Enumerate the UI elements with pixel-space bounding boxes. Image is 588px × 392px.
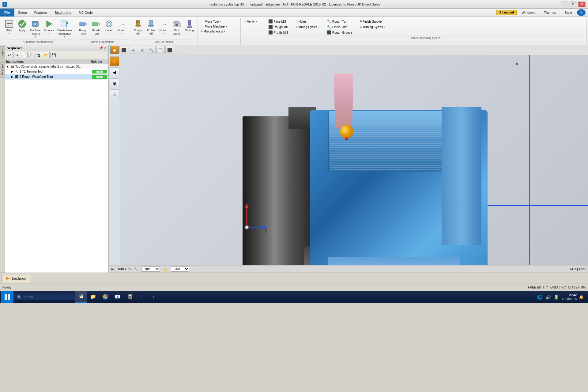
viewport-canvas[interactable]: X Z: [120, 55, 588, 265]
help-button[interactable]: ?: [577, 9, 586, 16]
viewport-status: ▶ Turn 1.73 🔧 Turn Mill 📐 0.00 1317 | 13…: [109, 265, 588, 273]
svg-marker-7: [47, 21, 52, 27]
view-btn-1[interactable]: 🔶: [110, 56, 119, 66]
taskbar-app-outlook[interactable]: 📧: [111, 291, 124, 303]
taskbar-app-files[interactable]: 📁: [87, 291, 99, 303]
move-verify-group: → Move Tool ▾ → Move Machine ▾ ≡ Miscell…: [198, 18, 241, 45]
plan-button[interactable]: Plan ▾: [3, 18, 15, 36]
layers-tab[interactable]: Layers: [0, 46, 5, 60]
themes-menu[interactable]: Themes: [540, 9, 560, 17]
vp-btn-1[interactable]: ◆: [110, 46, 119, 54]
list-item[interactable]: ▶ 🔧 1 T1 Turning Tool main: [5, 69, 108, 74]
milling-cycles-button[interactable]: ≡ Milling Cycles ▾: [294, 24, 321, 29]
expand-arrow[interactable]: ▼: [6, 65, 9, 68]
view-btn-4[interactable]: 🛡: [110, 89, 119, 99]
vp-btn-6[interactable]: ⬛: [165, 46, 174, 54]
network-icon[interactable]: 🌐: [537, 294, 543, 300]
turn-mode-dropdown[interactable]: Turn Mill: [141, 266, 160, 272]
rough-mill-button[interactable]: RoughMill: [132, 18, 144, 36]
battery-icon[interactable]: 🔋: [553, 294, 560, 300]
apply-button[interactable]: Apply: [16, 18, 28, 33]
svg-point-4: [18, 20, 26, 28]
taskbar-app-chrome[interactable]: [99, 291, 111, 303]
redo-button[interactable]: ↪: [13, 52, 20, 58]
close-button[interactable]: ✕: [578, 2, 586, 7]
window-title: machining cycles top 30mm only.pptf - Ed…: [27, 2, 561, 6]
machine-feature-button[interactable]: MachineFeature ▾: [29, 18, 42, 39]
holes-other-button[interactable]: ○ Holes: [294, 19, 321, 24]
windows-menu[interactable]: Windows: [518, 9, 539, 17]
create-new-sequence-button[interactable]: Create NewSequence ▾: [56, 18, 73, 39]
close-sequence-icon[interactable]: ✕: [104, 46, 107, 50]
seq-tool-1[interactable]: 📄: [21, 52, 28, 58]
verify-button[interactable]: ✔ Verify ▾: [243, 20, 263, 24]
vp-btn-zoom[interactable]: 🔍: [147, 46, 156, 54]
vp-btn-3[interactable]: ◀: [129, 46, 137, 54]
features-tab[interactable]: Features: [0, 61, 5, 78]
taskbar-app-edge2[interactable]: e: [148, 291, 160, 303]
more-mill-button[interactable]: ⋯ More... ▾: [158, 18, 170, 36]
vp-btn-4[interactable]: ◉: [138, 46, 146, 54]
file-menu[interactable]: File: [0, 9, 14, 17]
setup-menu[interactable]: Setup: [14, 9, 31, 17]
item2-arrow[interactable]: ▶: [11, 75, 13, 78]
nc-code-menu[interactable]: NC Code: [75, 9, 96, 17]
seq-tool-4[interactable]: 📂: [43, 52, 50, 58]
simulate-button[interactable]: Simulate ▾: [42, 18, 55, 36]
taskbar-app-ie[interactable]: e: [136, 291, 148, 303]
holes-turning-button[interactable]: Holes: [103, 18, 115, 33]
automatic-manufacturing-label: Automatic Manufacturing: [3, 40, 73, 44]
taskbar-app-onenote[interactable]: 📓: [124, 291, 136, 303]
view-btn-2[interactable]: ◀: [110, 67, 119, 77]
coordinate-axes: X Z: [232, 198, 269, 235]
minimize-button[interactable]: ─: [561, 2, 568, 7]
machining-menu[interactable]: Machining: [51, 9, 75, 17]
simulation-tab[interactable]: Simulation: [1, 274, 31, 283]
face-mill-button[interactable]: ⬛ Face Mill: [267, 19, 289, 24]
advanced-button[interactable]: Advanced: [496, 10, 517, 15]
taskbar-clock[interactable]: 09:42 17/08/2016: [561, 293, 577, 301]
notification-icon[interactable]: 🔔: [579, 294, 584, 300]
list-item[interactable]: ▶ ⬛ 2 Rough Waveform Turn main: [5, 74, 108, 80]
sequence-group-label: Top 30mm cycle: sample lathe 2 cy mm.tcp…: [15, 65, 81, 68]
undo-button[interactable]: ↩: [6, 52, 13, 58]
taskbar-search[interactable]: [13, 294, 75, 300]
seq-tool-3[interactable]: 🗑: [36, 52, 42, 58]
view-btn-3[interactable]: ◉: [110, 78, 119, 88]
more-turning-button[interactable]: ⋯ More... ▾: [116, 18, 128, 36]
finish-groove-button[interactable]: ≡ Finish Groove: [358, 19, 386, 24]
holes-turning-icon: [104, 19, 114, 29]
move-machine-button[interactable]: → Move Machine ▾: [200, 24, 239, 28]
miscellaneous-button[interactable]: ≡ Miscellaneous ▾: [200, 29, 239, 33]
taskbar-app-edge[interactable]: 🖥: [75, 291, 87, 303]
style-menu[interactable]: Style: [561, 9, 576, 17]
item1-arrow[interactable]: ▶: [11, 70, 13, 73]
finish-turn-button[interactable]: FinishTurn: [90, 18, 102, 36]
seq-tool-2[interactable]: 📋: [28, 52, 35, 58]
tool-store-button[interactable]: ToolStore: [171, 18, 183, 36]
start-button[interactable]: [1, 291, 13, 303]
angle-dropdown[interactable]: 0.00: [171, 266, 189, 272]
sound-icon[interactable]: 🔊: [545, 294, 551, 300]
svg-rect-13: [92, 22, 98, 26]
pin-icon[interactable]: 📌: [99, 46, 103, 50]
vp-btn-2[interactable]: ⬛: [119, 46, 128, 54]
rough-turn-other-button[interactable]: 🔧 Rough Turn: [326, 19, 353, 24]
features-menu[interactable]: Features: [31, 9, 51, 17]
vp-btn-5[interactable]: 📋: [156, 46, 165, 54]
rough-mill-other-button[interactable]: ⬛ Rough Mill: [267, 24, 289, 29]
finish-turn-other-button[interactable]: 🔧 Finish Turn: [326, 24, 353, 29]
maximize-button[interactable]: □: [570, 2, 577, 7]
sequence-group-row[interactable]: ▼ 📦 Top 30mm cycle: sample lathe 2 cy mm…: [5, 64, 108, 69]
rough-groove-button[interactable]: ⬛ Rough Groove: [326, 30, 353, 35]
rough-turn-button[interactable]: RoughTurn: [77, 18, 89, 36]
move-tool-button[interactable]: → Move Tool ▾: [200, 20, 239, 24]
plan-icon: [4, 19, 14, 29]
turn-icon: 🔧: [134, 267, 138, 271]
seq-tool-5[interactable]: 💾: [50, 52, 57, 58]
profile-mill-button[interactable]: ProfileMill: [145, 18, 157, 36]
turning-cycles-button[interactable]: ≡ Turning Cycles ▾: [358, 24, 386, 29]
profile-mill-other-button[interactable]: ⬛ Profile Mill: [267, 30, 289, 35]
window-controls[interactable]: ─ □ ✕: [561, 2, 586, 7]
tooling-button[interactable]: Tooling: [183, 18, 196, 33]
